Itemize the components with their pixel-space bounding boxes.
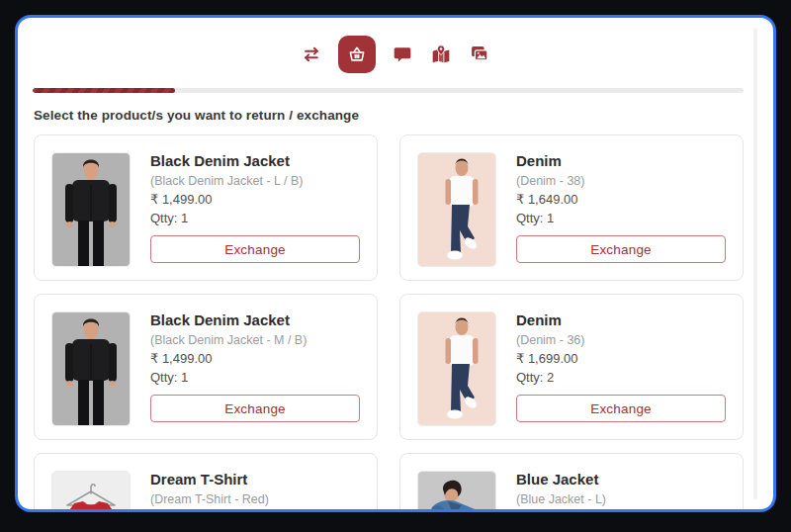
product-variant: (Blue Jacket - L) (516, 492, 726, 506)
product-title: Dream T-Shirt (150, 471, 360, 489)
exchange-button[interactable]: Exchange (516, 235, 726, 263)
product-card: Denim (Denim - 38) ₹ 1,649.00 Qtty: 1 Ex… (399, 134, 744, 281)
product-title: Black Denim Jacket (150, 311, 360, 330)
product-variant: (Denim - 38) (516, 174, 726, 188)
product-price: ₹ 1,499.00 (150, 192, 360, 207)
exchange-button[interactable]: Exchange (516, 395, 726, 422)
product-title: Blue Jacket (516, 471, 726, 489)
product-price: ₹ 1,649.00 (516, 192, 726, 207)
exchange-arrows-icon[interactable] (300, 43, 323, 66)
chat-icon[interactable] (391, 43, 414, 66)
product-photo (417, 152, 496, 267)
product-grid: Black Denim Jacket (Black Denim Jacket -… (34, 134, 744, 512)
product-price: ₹ 1,599.00 (516, 510, 726, 512)
product-title: Denim (516, 152, 726, 171)
product-card: Black Denim Jacket (Black Denim Jacket -… (34, 134, 378, 281)
product-qty: Qtty: 1 (516, 211, 726, 225)
product-qty: Qtty: 2 (516, 370, 726, 385)
product-qty: Qtty: 1 (150, 211, 360, 225)
product-photo (51, 471, 131, 512)
product-price: ₹ 799.00 (150, 510, 360, 512)
page-title: Select the product/s you want to return … (34, 108, 744, 123)
product-variant: (Denim - 36) (516, 333, 726, 347)
product-card: Blue Jacket (Blue Jacket - L) ₹ 1,599.00… (399, 453, 744, 512)
product-price: ₹ 1,499.00 (150, 351, 360, 366)
basket-icon[interactable] (338, 36, 376, 73)
exchange-button[interactable]: Exchange (150, 235, 360, 263)
returns-exchange-window: Select the product/s you want to return … (15, 15, 776, 512)
product-photo (51, 311, 131, 426)
product-qty: Qtty: 1 (150, 370, 360, 385)
product-variant: (Black Denim Jacket - L / B) (150, 174, 360, 188)
product-title: Black Denim Jacket (150, 152, 360, 171)
product-variant: (Black Denim Jacket - M / B) (150, 333, 360, 347)
step-icon-bar (18, 18, 773, 76)
product-variant: (Dream T-Shirt - Red) (150, 492, 360, 506)
product-card: Denim (Denim - 36) ₹ 1,699.00 Qtty: 2 Ex… (399, 294, 744, 440)
images-icon[interactable] (468, 43, 491, 66)
progress-bar (33, 88, 744, 93)
product-photo (51, 152, 131, 267)
progress-fill (33, 88, 175, 93)
exchange-button[interactable]: Exchange (150, 395, 360, 422)
product-card: Dream T-Shirt (Dream T-Shirt - Red) ₹ 79… (34, 453, 378, 512)
product-photo (417, 311, 496, 426)
product-photo (417, 471, 496, 512)
product-card: Black Denim Jacket (Black Denim Jacket -… (34, 294, 378, 440)
product-price: ₹ 1,699.00 (516, 351, 726, 366)
product-title: Denim (516, 311, 726, 330)
scrollbar[interactable] (753, 28, 757, 499)
map-marker-icon[interactable] (429, 43, 453, 66)
